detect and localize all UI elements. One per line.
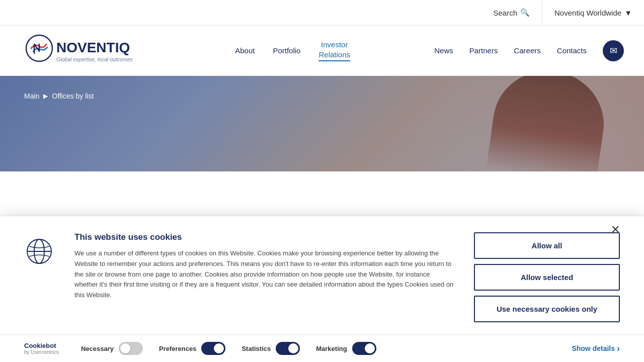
cookie-main-area: This website uses cookies We use a numbe… [0,216,644,334]
nav-contacts[interactable]: Contacts [557,46,587,55]
nav-bar: NOVENTIQ Global expertise, local outcome… [0,26,644,76]
svg-text:NOVENTIQ: NOVENTIQ [56,40,130,55]
nav-partners[interactable]: Partners [469,46,498,55]
nav-about[interactable]: About [235,46,255,55]
necessary-toggle-group: Necessary [81,342,143,355]
statistics-toggle-group: Statistics [242,342,300,355]
chevron-down-icon: ▼ [624,9,632,17]
cookiebot-byline: by Usercentrics [24,349,59,355]
logo-area: NOVENTIQ Global expertise, local outcome… [20,34,151,67]
chevron-right-icon: › [617,343,620,354]
breadcrumb-current: Offices by list [52,92,94,100]
preferences-label: Preferences [159,345,196,352]
top-bar: Search 🔍 Noventiq Worldwide ▼ [0,0,644,26]
region-label: Noventiq Worldwide [554,9,621,17]
nav-investor-relations[interactable]: Investor Relations [318,40,350,61]
statistics-toggle-knob [288,343,298,353]
cookie-close-button[interactable]: ✕ [611,224,620,235]
region-selector[interactable]: Noventiq Worldwide ▼ [542,0,644,25]
cookie-consent-dialog: This website uses cookies We use a numbe… [0,216,644,362]
show-details-link[interactable]: Show details › [572,343,620,354]
nav-right: News Partners Careers Contacts ✉ [434,40,624,61]
necessary-toggle-knob [120,343,130,353]
necessary-label: Necessary [81,345,114,352]
breadcrumb: Main ▶ Offices by list [24,92,94,100]
preferences-toggle-group: Preferences [159,342,225,355]
search-icon: 🔍 [520,8,530,17]
search-button[interactable]: Search 🔍 [481,0,542,25]
nav-careers[interactable]: Careers [514,46,540,55]
allow-all-button[interactable]: Allow all [474,232,620,259]
allow-selected-button[interactable]: Allow selected [474,264,620,291]
marketing-toggle-knob [365,343,375,353]
breadcrumb-arrow: ▶ [43,93,48,100]
cookie-text-area: This website uses cookies We use a numbe… [74,232,454,301]
cookie-globe-icon [24,236,54,266]
nav-links: About Portfolio Investor Relations [235,40,350,61]
statistics-toggle[interactable] [276,342,300,355]
breadcrumb-main[interactable]: Main [24,92,39,100]
preferences-toggle-knob [214,343,224,353]
email-button[interactable]: ✉ [603,40,624,61]
logo[interactable]: NOVENTIQ Global expertise, local outcome… [20,34,151,67]
cookie-body: We use a number of different types of co… [74,248,454,301]
nav-news[interactable]: News [434,46,453,55]
marketing-toggle[interactable] [352,342,376,355]
statistics-label: Statistics [242,345,271,352]
marketing-label: Marketing [316,345,347,352]
necessary-only-button[interactable]: Use necessary cookies only [474,296,620,322]
hero-section: Main ▶ Offices by list [0,76,644,171]
marketing-toggle-group: Marketing [316,342,376,355]
show-details-label: Show details [572,344,615,352]
svg-text:Global expertise, local outcom: Global expertise, local outcomes [56,56,133,62]
email-icon: ✉ [610,45,617,56]
preferences-toggle[interactable] [201,342,225,355]
cookiebot-brand: Cookiebot [24,342,59,349]
nav-portfolio[interactable]: Portfolio [273,46,300,55]
cookiebot-logo: Cookiebot by Usercentrics [24,342,59,355]
necessary-toggle[interactable] [119,342,143,355]
cookie-title: This website uses cookies [74,232,454,242]
cookie-footer: Cookiebot by Usercentrics Necessary Pref… [0,334,644,362]
cookie-buttons: Allow all Allow selected Use necessary c… [474,232,620,322]
search-label: Search [493,9,517,17]
